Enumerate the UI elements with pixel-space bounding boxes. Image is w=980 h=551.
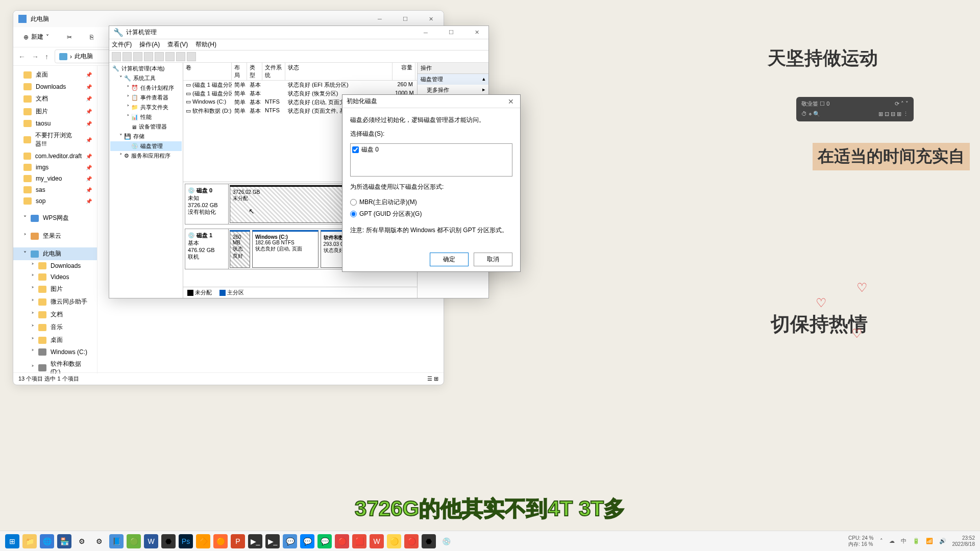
col-volume[interactable]: 卷 xyxy=(183,63,232,80)
close-button[interactable]: ✕ xyxy=(469,28,484,38)
sticky-widget[interactable]: 敬业签 ☐ 0 ⟳ ˄ ˅ ⏱ ⊕ 🔍 ⊞ ⊡ ⊟ ⊞ ⋮ xyxy=(796,97,914,121)
gpt-radio-row[interactable]: GPT (GUID 分区表)(G) xyxy=(350,208,512,220)
explorer-titlebar[interactable]: 此电脑 ─ ☐ ✕ xyxy=(13,11,444,27)
app-icon[interactable]: 🟥 xyxy=(352,534,366,548)
sidebar-desktop[interactable]: 桌面📌 xyxy=(13,68,97,81)
properties-icon[interactable] xyxy=(155,52,164,61)
terminal-taskbar-icon[interactable]: ▶_ xyxy=(248,534,262,548)
system-stats[interactable]: CPU: 24 % 内存: 16 % xyxy=(848,535,873,547)
edge-taskbar-icon[interactable]: 🌐 xyxy=(40,534,54,548)
tree-services[interactable]: ˃ ⚙ 服务和应用程序 xyxy=(110,151,182,161)
powerpoint-taskbar-icon[interactable]: P xyxy=(231,534,245,548)
menu-file[interactable]: 文件(F) xyxy=(112,40,132,49)
app-icon[interactable]: 💬 xyxy=(283,534,297,548)
sidebar-sas[interactable]: sas📌 xyxy=(13,184,97,195)
breadcrumb-item[interactable]: 此电脑 xyxy=(75,52,93,61)
onedrive-tray-icon[interactable]: ☁ xyxy=(889,538,895,544)
widget-controls[interactable]: ⟳ ˄ ˅ xyxy=(895,101,909,107)
sidebar-sub-desktop[interactable]: ˃ 桌面 xyxy=(13,334,97,346)
sidebar-sub-videos[interactable]: ˃ Videos xyxy=(13,271,97,283)
tree-perf[interactable]: ˃ 📊 性能 xyxy=(110,112,182,122)
sidebar-sub-d[interactable]: ˃ 软件和数据 (D:) xyxy=(13,358,97,373)
menu-action[interactable]: 操作(A) xyxy=(139,40,160,49)
terminal-taskbar-icon[interactable]: ▶_ xyxy=(265,534,280,548)
compmgmt-titlebar[interactable]: 🔧 计算机管理 ─ ☐ ✕ xyxy=(109,26,488,39)
app-icon[interactable]: 📘 xyxy=(109,534,124,548)
actions-diskmgmt[interactable]: 磁盘管理▴ xyxy=(418,74,488,85)
col-layout[interactable]: 布局 xyxy=(232,63,247,80)
app-icon[interactable]: 🔶 xyxy=(196,534,210,548)
minimize-button[interactable]: ─ xyxy=(372,14,387,24)
sidebar-wps[interactable]: ˅ WPS网盘 xyxy=(13,212,97,224)
back-button[interactable]: ← xyxy=(18,53,26,61)
app-icon[interactable]: ⚙ xyxy=(92,534,106,548)
battery-tray-icon[interactable]: 🔋 xyxy=(913,538,920,544)
cut-button[interactable]: ✂ xyxy=(62,31,77,43)
sidebar-sop[interactable]: sop📌 xyxy=(13,195,97,207)
up-button[interactable]: ↑ xyxy=(45,53,48,61)
sidebar-my-video[interactable]: my_video📌 xyxy=(13,173,97,184)
menu-help[interactable]: 帮助(H) xyxy=(195,40,216,49)
tree-root[interactable]: 🔧 计算机管理(本地) xyxy=(110,64,182,73)
sidebar-sub-downloads[interactable]: ˃ Downloads xyxy=(13,260,97,271)
mbr-radio[interactable] xyxy=(350,199,357,206)
sidebar-downloads[interactable]: Downloads📌 xyxy=(13,81,97,92)
mbr-radio-row[interactable]: MBR(主启动记录)(M) xyxy=(350,196,512,208)
sidebar-jianguo[interactable]: ˃ 坚果云 xyxy=(13,230,97,242)
app-icon[interactable]: 🔴 xyxy=(404,534,419,548)
help-icon[interactable] xyxy=(144,52,153,61)
sidebar-sub-pictures[interactable]: ˃ 图片 xyxy=(13,283,97,295)
partition-efi[interactable]: 260 MB状态良好 xyxy=(230,230,250,268)
maximize-button[interactable]: ☐ xyxy=(444,28,459,38)
store-taskbar-icon[interactable]: 🏪 xyxy=(57,534,71,548)
sidebar-sub-weiyun[interactable]: ˃ 微云同步助手 xyxy=(13,295,97,308)
app-icon[interactable]: 🔴 xyxy=(335,534,349,548)
sidebar-sub-c[interactable]: ˃ Windows (C:) xyxy=(13,346,97,358)
app-icon[interactable]: 🟠 xyxy=(213,534,228,548)
minimize-button[interactable]: ─ xyxy=(418,28,433,38)
wps-taskbar-icon[interactable]: W xyxy=(370,534,384,548)
app-icon[interactable]: 🟢 xyxy=(127,534,141,548)
ok-button[interactable]: 确定 xyxy=(430,253,469,266)
volume-tray-icon[interactable]: 🔊 xyxy=(939,538,946,544)
word-taskbar-icon[interactable]: W xyxy=(144,534,158,548)
disk-checkbox-row[interactable]: 磁盘 0 xyxy=(352,145,510,154)
col-fs[interactable]: 文件系统 xyxy=(262,63,285,80)
sidebar-sub-docs[interactable]: ˃ 文档 xyxy=(13,308,97,321)
sidebar-sub-music[interactable]: ˃ 音乐 xyxy=(13,321,97,334)
sidebar-no-browser[interactable]: 不要打开浏览器!!!📌 xyxy=(13,129,97,151)
tree-devmgr[interactable]: 🖥 设备管理器 xyxy=(110,122,182,132)
cancel-button[interactable]: 取消 xyxy=(474,253,512,266)
tree-shared[interactable]: ˃ 📁 共享文件夹 xyxy=(110,103,182,112)
tree-systools[interactable]: ˅ 🔧 系统工具 xyxy=(110,73,182,83)
close-button[interactable]: ✕ xyxy=(506,97,516,106)
view-grid-icon[interactable]: ⊞ xyxy=(434,375,438,382)
sidebar-pictures[interactable]: 图片📌 xyxy=(13,105,97,118)
dialog-titlebar[interactable]: 初始化磁盘 ✕ xyxy=(342,95,520,108)
app-icon[interactable]: ⬣ xyxy=(422,534,436,548)
sidebar-this-pc[interactable]: ˅ 此电脑 xyxy=(13,247,97,260)
volume-row[interactable]: ▭ (磁盘 1 磁盘分区 1)简单基本状态良好 (EFI 系统分区)260 M xyxy=(183,81,417,89)
compmgmt-taskbar-icon[interactable]: 💿 xyxy=(439,534,453,548)
photoshop-taskbar-icon[interactable]: Ps xyxy=(179,534,193,548)
forward-button[interactable]: → xyxy=(32,53,39,61)
close-button[interactable]: ✕ xyxy=(423,14,438,24)
start-button[interactable]: ⊞ xyxy=(5,534,19,548)
app-icon[interactable]: 💬 xyxy=(300,534,314,548)
forward-icon[interactable] xyxy=(122,52,132,61)
input-tray-icon[interactable]: 中 xyxy=(901,537,906,545)
tree-diskmgmt[interactable]: 💿 磁盘管理 xyxy=(110,141,182,151)
col-type[interactable]: 类型 xyxy=(247,63,262,80)
settings-taskbar-icon[interactable]: ⚙ xyxy=(75,534,89,548)
widget-icons-right[interactable]: ⊞ ⊡ ⊟ ⊞ ⋮ xyxy=(878,111,909,117)
wechat-taskbar-icon[interactable]: 💬 xyxy=(317,534,332,548)
tree-scheduler[interactable]: ˃ ⏰ 任务计划程序 xyxy=(110,83,182,93)
disk-0-checkbox[interactable] xyxy=(352,146,359,153)
partition-c[interactable]: Windows (C:)182.66 GB NTFS状态良好 (启动, 页面 xyxy=(252,230,318,268)
tree-eventvwr[interactable]: ˃ 📋 事件查看器 xyxy=(110,93,182,103)
list-icon[interactable] xyxy=(176,52,185,61)
wifi-tray-icon[interactable]: 📶 xyxy=(926,538,933,544)
sidebar-imgs[interactable]: imgs📌 xyxy=(13,162,97,173)
new-button[interactable]: ⊕ 新建 ˅ xyxy=(18,30,54,44)
widget-icons[interactable]: ⏱ ⊕ 🔍 xyxy=(801,111,820,117)
